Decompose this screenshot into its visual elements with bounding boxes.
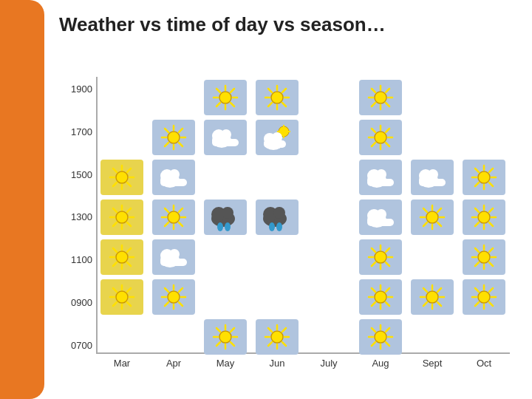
svg-line-6: [231, 103, 234, 106]
svg-point-214: [219, 331, 231, 343]
page-title: Weather vs time of day vs season…: [44, 0, 532, 44]
svg-line-125: [423, 208, 427, 212]
cell-0700-may: [204, 319, 247, 355]
svg-line-57: [372, 143, 375, 146]
svg-line-186: [165, 302, 168, 306]
svg-point-0: [219, 92, 231, 103]
svg-line-221: [231, 328, 234, 332]
svg-point-114: [269, 222, 275, 231]
y-label-1300: 1300: [59, 212, 92, 222]
svg-line-63: [113, 168, 117, 172]
svg-point-151: [375, 251, 386, 263]
svg-line-238: [386, 342, 389, 346]
svg-line-237: [372, 328, 375, 332]
svg-point-196: [426, 291, 438, 303]
svg-point-169: [116, 291, 128, 303]
svg-line-23: [372, 89, 375, 92]
sun-icon: [160, 204, 187, 231]
svg-line-159: [372, 262, 375, 266]
svg-point-97: [168, 211, 180, 223]
svg-point-109: [217, 222, 223, 231]
sun-icon: [367, 244, 394, 270]
sun-icon: [471, 164, 497, 191]
sun-icon: [419, 204, 446, 231]
svg-line-212: [489, 288, 493, 292]
cloud-icon: [417, 166, 448, 189]
cell-1100-mar: [100, 239, 143, 275]
svg-line-210: [475, 288, 479, 292]
svg-line-194: [386, 288, 389, 292]
cell-1300-aug: [359, 200, 402, 235]
cell-1500-oct: [463, 160, 505, 195]
svg-line-95: [127, 208, 131, 212]
x-label-jun: Jun: [253, 358, 301, 369]
sun-icon: [471, 244, 497, 270]
sun-icon: [471, 204, 497, 231]
y-axis-labels: 1900 1700 1500 1300 1100 0900 0700: [59, 84, 92, 350]
cell-1500-mar: [100, 160, 143, 195]
svg-rect-48: [264, 140, 286, 148]
svg-point-120: [426, 211, 438, 223]
svg-line-126: [437, 222, 441, 226]
svg-line-174: [113, 288, 117, 292]
svg-point-149: [169, 249, 180, 259]
svg-point-9: [271, 92, 283, 103]
sun-icon: [264, 84, 290, 111]
svg-line-34: [179, 129, 183, 132]
cell-1700-apr: [152, 120, 195, 155]
svg-point-77: [428, 169, 438, 180]
y-label-0700: 0700: [59, 341, 92, 350]
cell-1300-sept: [411, 200, 454, 235]
sun-icon: [367, 324, 394, 350]
svg-line-137: [475, 222, 479, 226]
svg-line-14: [268, 89, 272, 92]
svg-line-103: [179, 222, 183, 226]
cell-0700-jun: [256, 319, 299, 355]
svg-line-239: [386, 328, 389, 332]
cell-1100-oct: [463, 239, 505, 275]
cell-0900-oct: [463, 279, 505, 315]
svg-line-84: [475, 168, 479, 172]
cell-1300-apr: [152, 200, 195, 235]
svg-line-230: [282, 328, 286, 332]
svg-line-145: [127, 248, 131, 252]
svg-point-58: [116, 171, 128, 183]
svg-line-165: [475, 248, 479, 252]
y-label-1100: 1100: [59, 255, 92, 265]
svg-line-8: [216, 103, 220, 106]
cell-1900-jun: [256, 80, 299, 115]
svg-rect-39: [212, 139, 239, 146]
svg-line-5: [216, 89, 220, 92]
svg-point-115: [276, 222, 282, 231]
svg-line-93: [113, 208, 117, 212]
svg-rect-119: [367, 219, 394, 226]
svg-point-129: [478, 211, 490, 223]
svg-line-16: [282, 89, 286, 92]
svg-line-213: [475, 302, 479, 306]
sun-icon: [212, 84, 239, 111]
svg-line-175: [127, 302, 131, 306]
svg-point-108: [222, 207, 233, 219]
cloud-icon: [365, 205, 396, 229]
svg-point-138: [116, 251, 128, 263]
cell-1300-may: [204, 200, 247, 235]
sun-icon: [367, 84, 394, 111]
svg-line-204: [423, 302, 427, 306]
svg-line-128: [423, 222, 427, 226]
svg-point-79: [478, 171, 490, 183]
cell-1300-oct: [463, 200, 505, 235]
svg-line-156: [372, 248, 375, 252]
svg-point-160: [478, 251, 490, 263]
cell-0900-aug: [359, 279, 402, 315]
cell-1700-jun: [256, 120, 299, 155]
svg-line-168: [475, 262, 479, 266]
sun-icon: [109, 204, 135, 231]
orange-sidebar: [0, 0, 44, 399]
cell-0700-aug: [359, 319, 402, 355]
svg-point-113: [273, 207, 285, 219]
rain-icon: [208, 202, 242, 232]
sun-icon: [264, 324, 290, 350]
svg-point-38: [221, 129, 231, 140]
svg-line-24: [386, 103, 389, 106]
sun-icon: [109, 164, 135, 191]
